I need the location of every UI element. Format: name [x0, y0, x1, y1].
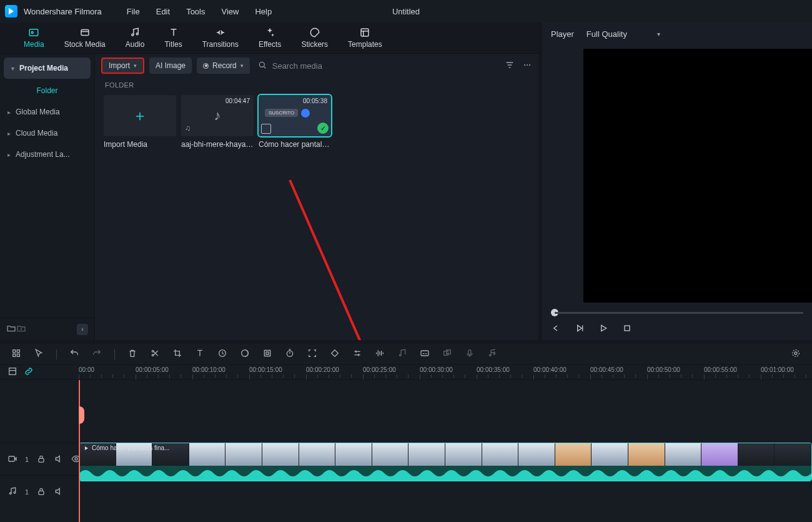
video-clip[interactable]: Cómo hacer pantallas fina...: [79, 443, 812, 481]
group-button[interactable]: [442, 348, 452, 360]
focus-button[interactable]: [307, 348, 317, 360]
scrub-track[interactable]: [555, 312, 803, 314]
tab-transitions[interactable]: Transitions: [192, 27, 249, 49]
menu-help[interactable]: Help: [255, 7, 272, 16]
tab-stock-media[interactable]: Stock Media: [54, 27, 116, 49]
search-media[interactable]: [255, 60, 495, 72]
track-area[interactable]: Cómo hacer pantallas fina...: [79, 380, 812, 522]
new-folder-icon[interactable]: [6, 323, 16, 335]
voiceover-button[interactable]: [465, 348, 475, 360]
import-thumb[interactable]: ＋: [104, 95, 176, 136]
audio-thumb[interactable]: 00:04:47 ♪ ♫: [181, 95, 254, 136]
media-card-import[interactable]: ＋ Import Media: [104, 95, 176, 149]
record-icon: [203, 63, 209, 69]
redo-button[interactable]: [92, 348, 102, 360]
media-card-video[interactable]: 00:05:38 SUSCRITO ✓ Cómo hacer pantallas…: [259, 95, 331, 149]
split-button[interactable]: [150, 348, 160, 360]
adjust-button[interactable]: [352, 348, 362, 360]
subscribe-badge: SUSCRITO: [265, 109, 298, 117]
timeline-panel: 00:0000:00:05:0000:00:10:0000:00:15:0000…: [0, 340, 812, 522]
quality-select[interactable]: Full Quality ▾: [587, 29, 660, 39]
playhead[interactable]: [79, 380, 80, 522]
chevron-right-icon: ▸: [7, 109, 11, 116]
color-button[interactable]: [240, 348, 250, 360]
chevron-down-icon: ▾: [134, 63, 137, 69]
tab-stickers[interactable]: Stickers: [291, 27, 338, 49]
filter-icon[interactable]: [505, 60, 515, 72]
svg-point-30: [793, 350, 800, 357]
text-button[interactable]: [195, 348, 205, 360]
stop-button[interactable]: [622, 323, 632, 336]
tab-titles[interactable]: Titles: [154, 27, 192, 49]
record-button[interactable]: Record ▾: [197, 58, 250, 74]
player-scrubber[interactable]: [542, 306, 812, 319]
svg-point-28: [493, 353, 495, 354]
render-button[interactable]: [791, 348, 801, 360]
ruler-ticks[interactable]: 00:0000:00:05:0000:00:10:0000:00:15:0000…: [79, 365, 812, 379]
audio-track-header[interactable]: 1: [0, 475, 78, 508]
mute-icon[interactable]: [54, 486, 64, 498]
svg-rect-31: [9, 368, 16, 375]
prev-frame-button[interactable]: [551, 323, 561, 336]
lock-icon[interactable]: [36, 454, 46, 465]
collapse-sidebar-button[interactable]: ‹: [77, 324, 88, 335]
video-track-icon: [7, 454, 17, 465]
delete-button[interactable]: [127, 348, 137, 360]
menu-tools[interactable]: Tools: [186, 7, 205, 16]
chevron-right-icon: ▸: [7, 151, 11, 158]
detach-audio-button[interactable]: [397, 348, 407, 360]
tab-audio[interactable]: Audio: [116, 27, 155, 49]
mute-icon[interactable]: [54, 454, 64, 465]
video-preview[interactable]: [583, 49, 812, 303]
ai-image-button[interactable]: AI Image: [149, 58, 192, 74]
menu-edit[interactable]: Edit: [156, 7, 170, 16]
svg-rect-2: [81, 30, 89, 36]
crop-button[interactable]: [172, 348, 182, 360]
play-button[interactable]: [598, 323, 608, 336]
import-button[interactable]: Import ▾: [101, 58, 144, 74]
audio-track[interactable]: [79, 488, 812, 506]
lock-icon[interactable]: [36, 486, 46, 498]
playhead-knob[interactable]: [79, 406, 84, 424]
filmora-icon: [6, 6, 16, 16]
cursor-icon[interactable]: [34, 348, 44, 360]
svg-point-1: [32, 32, 34, 34]
chevron-right-icon: ▸: [7, 130, 11, 137]
grid-icon[interactable]: [11, 348, 21, 360]
sidebar-folder[interactable]: Folder: [0, 80, 94, 101]
media-card-label: aaj-bhi-mere-khayalo...: [181, 140, 254, 149]
media-icon: [28, 27, 39, 38]
menu-file[interactable]: File: [127, 7, 140, 16]
step-forward-button[interactable]: [575, 323, 585, 336]
more-icon[interactable]: [522, 60, 532, 72]
tab-stickers-label: Stickers: [301, 40, 328, 49]
tab-media[interactable]: Media: [14, 27, 54, 49]
speed-button[interactable]: [217, 348, 227, 360]
sidebar-adjustment-layer[interactable]: ▸ Adjustment La...: [0, 144, 94, 165]
keyframe-button[interactable]: [330, 348, 340, 360]
search-input[interactable]: [272, 61, 492, 71]
new-item-icon[interactable]: [16, 323, 26, 335]
music-note-icon: ♫: [185, 124, 191, 133]
tab-effects[interactable]: Effects: [249, 27, 291, 49]
media-card-audio[interactable]: 00:04:47 ♪ ♫ aaj-bhi-mere-khayalo...: [181, 95, 254, 149]
clip-label: Cómo hacer pantallas fina...: [83, 444, 170, 451]
timeline-ruler[interactable]: 00:0000:00:05:0000:00:10:0000:00:15:0000…: [0, 365, 812, 380]
sidebar-project-media[interactable]: ▾ Project Media: [4, 58, 91, 79]
subtitle-button[interactable]: [420, 348, 430, 360]
sidebar-global-media[interactable]: ▸ Global Media: [0, 101, 94, 123]
transform-button[interactable]: [262, 348, 272, 360]
link-icon[interactable]: [24, 366, 34, 378]
timer-button[interactable]: [285, 348, 295, 360]
video-thumb[interactable]: 00:05:38 SUSCRITO ✓: [259, 95, 331, 136]
player-controls: [542, 319, 812, 340]
sidebar-cloud-media[interactable]: ▸ Cloud Media: [0, 123, 94, 144]
tab-templates[interactable]: Templates: [338, 27, 392, 49]
menu-view[interactable]: View: [221, 7, 239, 16]
video-track-header[interactable]: 1: [0, 443, 78, 475]
category-tabs: Media Stock Media Audio Titles Transitio…: [0, 23, 538, 54]
undo-button[interactable]: [69, 348, 79, 360]
beat-button[interactable]: [487, 348, 497, 360]
timeline-view-icon[interactable]: [7, 366, 17, 378]
audio-tool-button[interactable]: [375, 348, 385, 360]
